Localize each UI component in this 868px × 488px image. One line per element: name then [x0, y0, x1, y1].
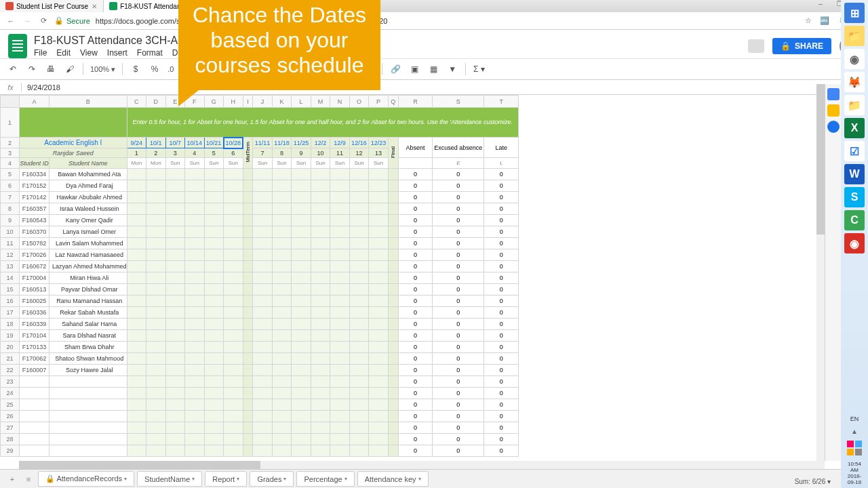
row-header[interactable]: 8: [1, 203, 20, 215]
attendance-cell[interactable]: [349, 376, 369, 388]
attendance-cell[interactable]: [165, 296, 185, 307]
attendance-cell[interactable]: [369, 445, 389, 457]
attendance-cell[interactable]: [292, 169, 311, 180]
attendance-cell[interactable]: [204, 226, 224, 238]
column-header[interactable]: P: [369, 96, 389, 108]
attendance-cell[interactable]: [165, 215, 185, 226]
functions-icon[interactable]: Σ ▾: [473, 63, 485, 75]
attendance-cell[interactable]: [127, 203, 146, 215]
attendance-cell[interactable]: [272, 319, 292, 330]
attendance-cell[interactable]: [224, 388, 243, 399]
attendance-cell[interactable]: [253, 249, 273, 261]
attendance-cell[interactable]: [292, 422, 311, 434]
date-header[interactable]: 10/28: [224, 138, 243, 148]
attendance-cell[interactable]: [253, 215, 273, 226]
row-header[interactable]: 6: [1, 180, 20, 192]
attendance-cell[interactable]: [330, 422, 350, 434]
attendance-cell[interactable]: [204, 342, 224, 353]
midterm-cell[interactable]: [243, 261, 253, 272]
back-button[interactable]: ←: [5, 16, 16, 26]
attendance-cell[interactable]: [165, 261, 185, 272]
final-cell[interactable]: [388, 445, 398, 457]
attendance-cell[interactable]: [292, 434, 311, 445]
attendance-cell[interactable]: [311, 330, 330, 342]
attendance-cell[interactable]: [253, 169, 273, 180]
attendance-cell[interactable]: [204, 284, 224, 296]
empty-cell[interactable]: [20, 422, 50, 434]
attendance-cell[interactable]: [204, 376, 224, 388]
student-id[interactable]: F160025: [20, 296, 50, 307]
sheet-tab[interactable]: Percentage ▾: [296, 471, 354, 487]
student-name[interactable]: Israa Waleed Hussein: [50, 203, 127, 215]
midterm-cell[interactable]: [243, 307, 253, 319]
attendance-cell[interactable]: [224, 353, 243, 365]
attendance-cell[interactable]: [311, 284, 330, 296]
attendance-cell[interactable]: [292, 272, 311, 284]
attendance-cell[interactable]: [349, 422, 369, 434]
attendance-cell[interactable]: [369, 226, 389, 238]
empty-cell[interactable]: [50, 411, 127, 422]
taskbar-app-icon[interactable]: ◉: [844, 49, 865, 69]
empty-cell[interactable]: [50, 388, 127, 399]
student-id[interactable]: F170133: [20, 342, 50, 353]
attendance-cell[interactable]: [185, 249, 205, 261]
undo-icon[interactable]: ↶: [7, 63, 19, 75]
formula-value[interactable]: 9/24/2018: [22, 83, 66, 92]
empty-cell[interactable]: [20, 376, 50, 388]
attendance-cell[interactable]: [127, 411, 146, 422]
midterm-cell[interactable]: [243, 411, 253, 422]
column-header[interactable]: A: [20, 96, 50, 108]
attendance-cell[interactable]: [146, 411, 166, 422]
reload-button[interactable]: ⟳: [38, 16, 49, 26]
row-header[interactable]: 12: [1, 249, 20, 261]
attendance-cell[interactable]: [272, 226, 292, 238]
attendance-cell[interactable]: [165, 376, 185, 388]
attendance-cell[interactable]: [311, 342, 330, 353]
attendance-cell[interactable]: [292, 249, 311, 261]
student-id[interactable]: F170142: [20, 192, 50, 203]
final-cell[interactable]: [388, 272, 398, 284]
column-header[interactable]: C: [127, 96, 146, 108]
attendance-cell[interactable]: [165, 342, 185, 353]
row-header[interactable]: 28: [1, 434, 20, 445]
comment-icon[interactable]: ▣: [408, 63, 420, 75]
row-header[interactable]: 16: [1, 296, 20, 307]
attendance-cell[interactable]: [185, 342, 205, 353]
attendance-cell[interactable]: [292, 330, 311, 342]
attendance-cell[interactable]: [127, 434, 146, 445]
taskbar-app-icon[interactable]: 📁: [844, 95, 865, 115]
attendance-cell[interactable]: [146, 422, 166, 434]
attendance-cell[interactable]: [127, 169, 146, 180]
star-icon[interactable]: ☆: [803, 16, 814, 26]
attendance-cell[interactable]: [165, 284, 185, 296]
close-tab-icon[interactable]: ✕: [91, 3, 98, 10]
attendance-cell[interactable]: [292, 319, 311, 330]
row-header[interactable]: 14: [1, 272, 20, 284]
sheets-logo-icon[interactable]: [8, 34, 27, 58]
menu-insert[interactable]: Insert: [107, 48, 127, 58]
translate-icon[interactable]: 🔤: [819, 16, 830, 26]
column-header[interactable]: S: [433, 96, 484, 108]
final-cell[interactable]: [388, 422, 398, 434]
attendance-cell[interactable]: [349, 319, 369, 330]
attendance-cell[interactable]: [369, 180, 389, 192]
attendance-cell[interactable]: [272, 203, 292, 215]
date-header[interactable]: 12/9: [330, 138, 350, 148]
midterm-cell[interactable]: [243, 272, 253, 284]
attendance-cell[interactable]: [127, 215, 146, 226]
vertical-scrollbar[interactable]: [816, 84, 825, 461]
attendance-cell[interactable]: [369, 272, 389, 284]
attendance-cell[interactable]: [204, 365, 224, 376]
browser-tab[interactable]: Student List Per Course✕: [0, 0, 104, 12]
attendance-cell[interactable]: [272, 169, 292, 180]
row-header[interactable]: 29: [1, 445, 20, 457]
attendance-cell[interactable]: [349, 307, 369, 319]
attendance-cell[interactable]: [224, 365, 243, 376]
attendance-cell[interactable]: [311, 192, 330, 203]
attendance-cell[interactable]: [204, 422, 224, 434]
final-cell[interactable]: [388, 365, 398, 376]
column-header[interactable]: H: [224, 96, 243, 108]
row-header[interactable]: 1: [1, 108, 20, 138]
attendance-cell[interactable]: [369, 249, 389, 261]
attendance-cell[interactable]: [272, 445, 292, 457]
